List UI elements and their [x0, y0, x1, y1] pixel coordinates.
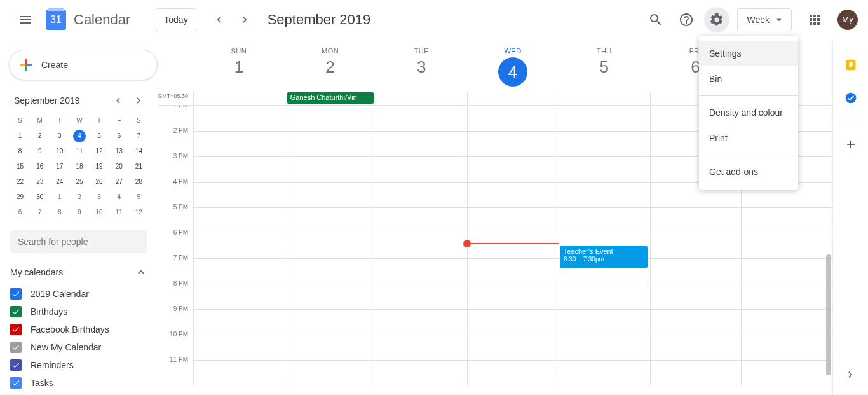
calendar-item[interactable]: Reminders [10, 356, 147, 374]
mini-day[interactable]: 5 [129, 190, 149, 205]
search-button[interactable] [643, 7, 668, 32]
time-cell[interactable] [467, 132, 559, 156]
mini-day[interactable]: 12 [90, 144, 109, 159]
calendar-checkbox[interactable] [10, 342, 22, 353]
mini-day[interactable]: 16 [30, 159, 50, 174]
time-cell[interactable] [467, 183, 559, 207]
mini-day[interactable]: 17 [50, 159, 69, 174]
menu-density[interactable]: Density and colour [699, 100, 798, 125]
main-menu-button[interactable] [10, 4, 41, 35]
allday-cell[interactable] [559, 92, 650, 105]
mini-day[interactable]: 10 [90, 205, 109, 220]
mini-day[interactable]: 1 [50, 190, 69, 205]
menu-settings[interactable]: Settings [699, 41, 798, 66]
time-cell[interactable] [193, 233, 285, 258]
time-cell[interactable] [193, 157, 285, 182]
time-cell[interactable] [285, 361, 376, 385]
time-cell[interactable] [376, 208, 467, 233]
mini-day[interactable]: 7 [129, 128, 149, 144]
time-cell[interactable] [193, 208, 285, 233]
time-cell[interactable] [650, 233, 742, 258]
time-cell[interactable] [650, 259, 742, 284]
mini-day[interactable]: 7 [30, 205, 50, 220]
google-apps-button[interactable] [802, 7, 827, 32]
time-cell[interactable] [650, 208, 742, 233]
day-column-header[interactable]: WED4 [467, 39, 559, 92]
mini-day[interactable]: 12 [129, 205, 149, 220]
time-cell[interactable] [467, 106, 559, 131]
time-cell[interactable] [376, 132, 467, 156]
mini-day[interactable]: 11 [69, 144, 89, 159]
time-cell[interactable] [376, 310, 467, 335]
calendar-checkbox[interactable] [10, 324, 22, 335]
side-panel-collapse[interactable] [840, 364, 860, 385]
calendar-checkbox[interactable] [10, 288, 22, 300]
time-cell[interactable] [741, 208, 832, 233]
mini-day[interactable]: 4 [109, 190, 129, 205]
time-cell[interactable] [193, 361, 285, 385]
time-cell[interactable] [193, 183, 285, 207]
time-cell[interactable] [285, 310, 376, 335]
time-cell[interactable] [650, 361, 742, 385]
mini-day[interactable]: 21 [129, 159, 149, 174]
time-cell[interactable] [467, 284, 559, 309]
time-cell[interactable] [376, 284, 467, 309]
mini-day[interactable]: 25 [69, 174, 89, 190]
mini-day[interactable]: 4 [73, 130, 86, 142]
mini-day[interactable]: 6 [109, 128, 129, 144]
today-button[interactable]: Today [156, 8, 196, 31]
time-cell[interactable] [376, 233, 467, 258]
calendar-item[interactable]: 2019 Calendar [10, 285, 147, 303]
menu-bin[interactable]: Bin [699, 66, 798, 92]
time-cell[interactable] [559, 183, 650, 207]
search-people-input[interactable] [10, 230, 147, 253]
time-cell[interactable] [285, 259, 376, 284]
mini-day[interactable]: 3 [50, 128, 69, 144]
mini-day[interactable]: 8 [50, 205, 69, 220]
mini-day[interactable]: 2 [69, 190, 89, 205]
mini-day[interactable]: 2 [30, 128, 50, 144]
time-cell[interactable] [376, 361, 467, 385]
mini-day[interactable]: 11 [109, 205, 129, 220]
time-cell[interactable] [376, 183, 467, 207]
day-column-header[interactable]: MON2 [285, 39, 376, 92]
mini-prev-month[interactable] [111, 93, 126, 108]
time-cell[interactable] [193, 310, 285, 335]
calendar-item[interactable]: New My Calendar [10, 338, 147, 356]
time-cell[interactable] [193, 284, 285, 309]
mini-day[interactable]: 30 [30, 190, 50, 205]
time-cell[interactable] [559, 335, 650, 360]
next-week-button[interactable] [234, 10, 255, 30]
time-cell[interactable] [467, 233, 559, 258]
day-column-header[interactable]: SUN1 [193, 39, 285, 92]
settings-button[interactable] [704, 7, 729, 32]
mini-day[interactable]: 29 [10, 190, 30, 205]
mini-day[interactable]: 18 [69, 159, 89, 174]
time-cell[interactable] [741, 361, 832, 385]
keep-button[interactable] [838, 52, 864, 78]
day-column-header[interactable]: THU5 [559, 39, 650, 92]
mini-day[interactable]: 27 [109, 174, 129, 190]
allday-cell[interactable]: Ganesh Chaturthi/Vin [285, 92, 376, 105]
calendar-checkbox[interactable] [10, 377, 22, 389]
allday-cell[interactable] [376, 92, 467, 105]
mini-day[interactable]: 9 [69, 205, 89, 220]
mini-day[interactable]: 28 [129, 174, 149, 190]
tasks-button[interactable] [838, 85, 864, 111]
time-cell[interactable] [193, 106, 285, 131]
mini-day[interactable]: 6 [10, 205, 30, 220]
time-cell[interactable] [559, 208, 650, 233]
mini-day[interactable]: 13 [109, 144, 129, 159]
mini-day[interactable]: 3 [90, 190, 109, 205]
time-cell[interactable] [193, 335, 285, 360]
mini-day[interactable]: 15 [10, 159, 30, 174]
time-cell[interactable] [467, 208, 559, 233]
my-calendars-toggle[interactable]: My calendars [10, 266, 147, 279]
time-cell[interactable] [285, 284, 376, 309]
mini-day[interactable]: 14 [129, 144, 149, 159]
time-cell[interactable] [559, 132, 650, 156]
time-cell[interactable] [467, 335, 559, 360]
calendar-item[interactable]: Tasks [10, 374, 147, 392]
time-cell[interactable] [559, 284, 650, 309]
mini-day[interactable]: 10 [50, 144, 69, 159]
